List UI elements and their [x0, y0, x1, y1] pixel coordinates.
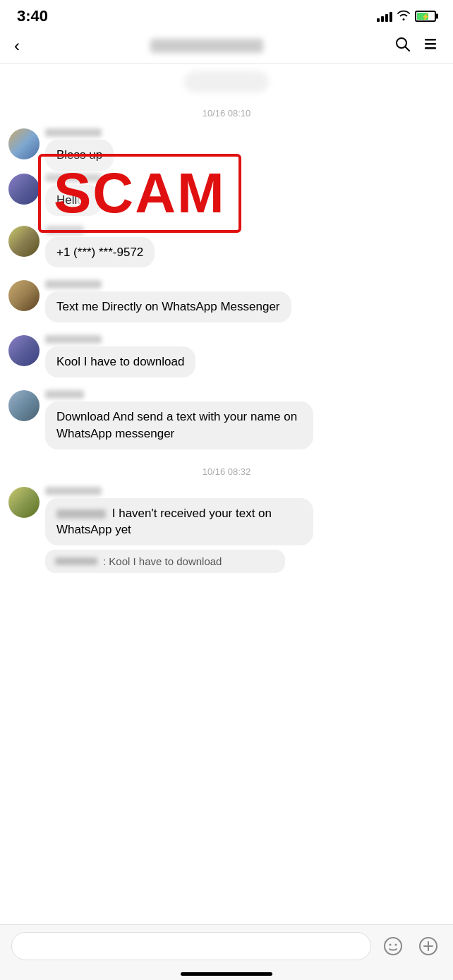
timestamp-divider-2: 10/16 08:32: [0, 466, 453, 477]
message-text: Hell: [56, 193, 77, 207]
message-row: I haven't received your text on WhatsApp…: [0, 484, 453, 576]
avatar: [8, 174, 40, 205]
message-text: Download And send a text with your name …: [56, 410, 297, 440]
message-content: +1 (***) ***-9572: [45, 226, 155, 268]
sender-name-blurred: [45, 128, 102, 137]
message-text: Text me Directly on WhatsApp Messenger: [56, 300, 280, 313]
message-content: Kool I have to download: [45, 335, 195, 377]
message-content: Download And send a text with your name …: [45, 390, 313, 449]
avatar: [8, 487, 40, 518]
battery-icon: ⚡: [415, 11, 436, 22]
signal-icon: [377, 11, 392, 22]
home-indicator: [181, 972, 272, 976]
nav-actions: [394, 35, 439, 56]
sender-name-blurred: [45, 487, 102, 495]
quote-name-blurred: [55, 557, 97, 565]
status-bar: 3:40 ⚡: [0, 0, 453, 30]
avatar: [8, 280, 40, 311]
sender-name-blurred: [45, 226, 84, 234]
message-row: Text me Directly on WhatsApp Messenger: [0, 277, 453, 325]
message-text: +1 (***) ***-9572: [56, 246, 143, 259]
status-time: 3:40: [17, 7, 48, 25]
message-bubble: Hello: [45, 185, 102, 216]
message-content: I haven't received your text on WhatsApp…: [45, 487, 313, 574]
message-input[interactable]: [11, 932, 371, 960]
message-content: Text me Directly on WhatsApp Messenger: [45, 280, 291, 322]
message-row: Kool I have to download: [0, 332, 453, 380]
message-text: Kool I have to download: [56, 355, 184, 368]
message-bubble: Text me Directly on WhatsApp Messenger: [45, 291, 291, 322]
avatar: [8, 226, 40, 257]
search-icon[interactable]: [394, 35, 411, 56]
scam-overlay-wrap: Bless up SCAM: [45, 140, 114, 171]
wifi-icon: [397, 9, 411, 23]
message-row: Download And send a text with your name …: [0, 387, 453, 452]
message-bubble: Download And send a text with your name …: [45, 401, 313, 449]
sender-name-blurred: [45, 174, 102, 182]
svg-rect-2: [425, 39, 436, 41]
svg-point-6: [389, 944, 392, 946]
status-icons: ⚡: [377, 9, 436, 23]
message-bubble: +1 (***) ***-9572: [45, 237, 155, 268]
message-row: +1 (***) ***-9572: [0, 223, 453, 271]
message-row: Hello: [0, 171, 453, 219]
message-text: Bless up: [56, 148, 102, 162]
quoted-message: : Kool I have to download: [45, 550, 285, 573]
svg-line-1: [406, 47, 410, 52]
sender-name-blurred: [45, 280, 102, 289]
message-row: Bless up SCAM: [0, 126, 453, 174]
message-bubble: Bless up: [45, 140, 114, 171]
svg-point-5: [385, 938, 401, 955]
message-bubble: Kool I have to download: [45, 346, 195, 377]
timestamp-divider-1: 10/16 08:10: [0, 108, 453, 119]
avatar: [8, 128, 40, 159]
nav-bar: ‹: [0, 30, 453, 64]
svg-rect-4: [425, 47, 436, 49]
avatar: [8, 390, 40, 421]
blurred-bubble-top: [184, 71, 269, 92]
sender-name-blurred: [45, 335, 102, 344]
nav-title: [150, 39, 263, 53]
message-content: Bless up SCAM: [45, 128, 114, 171]
avatar: [8, 335, 40, 366]
emoji-button[interactable]: [380, 933, 406, 960]
svg-rect-3: [425, 43, 436, 45]
back-button[interactable]: ‹: [14, 36, 20, 56]
sender-name-blurred: [45, 390, 84, 399]
svg-point-7: [395, 944, 397, 946]
add-button[interactable]: [415, 933, 442, 960]
message-content: Hello: [45, 174, 102, 216]
name-blurred-inline: [56, 509, 106, 519]
message-bubble: I haven't received your text on WhatsApp…: [45, 498, 313, 546]
quote-text: : Kool I have to download: [103, 555, 222, 567]
menu-icon[interactable]: [422, 35, 439, 56]
chat-area: 10/16 08:10 Bless up SCAM Hello: [0, 64, 453, 656]
